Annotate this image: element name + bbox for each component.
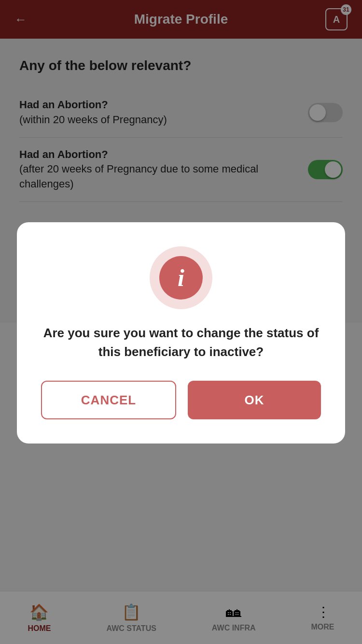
dialog-buttons: CANCEL OK bbox=[41, 381, 321, 419]
ok-button[interactable]: OK bbox=[188, 381, 321, 419]
modal-overlay: i Are you sure you want to change the st… bbox=[0, 0, 362, 644]
dialog-icon-outer: i bbox=[150, 246, 212, 309]
info-icon: i bbox=[159, 256, 203, 300]
dialog-message: Are you sure you want to change the stat… bbox=[41, 324, 321, 361]
cancel-button[interactable]: CANCEL bbox=[41, 381, 176, 419]
confirm-dialog: i Are you sure you want to change the st… bbox=[17, 222, 345, 444]
